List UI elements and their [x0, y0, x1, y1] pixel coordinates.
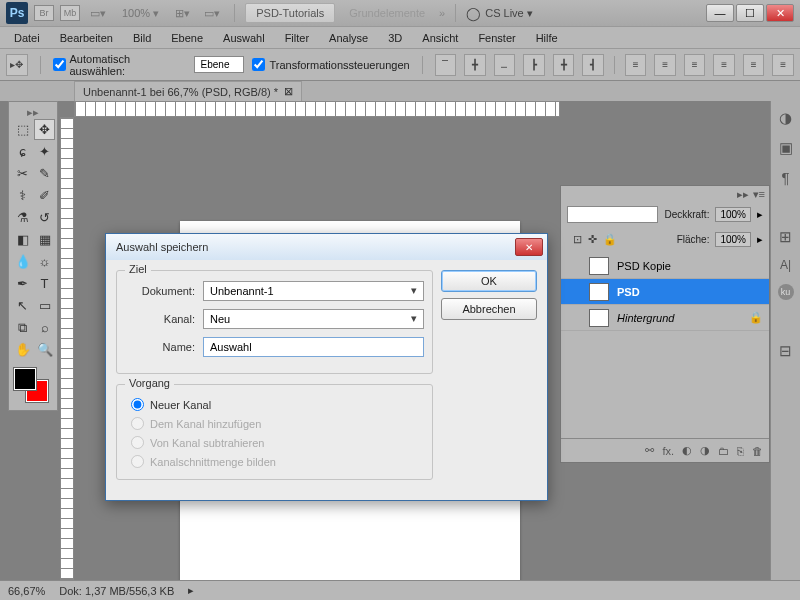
layer-item[interactable]: Hintergrund🔒: [561, 305, 769, 331]
tool-hand[interactable]: ✋: [12, 339, 33, 360]
delete-layer-icon[interactable]: 🗑: [752, 445, 763, 457]
tool-heal[interactable]: ⚕: [12, 185, 33, 206]
distribute-2-icon[interactable]: ≡: [654, 54, 676, 76]
menu-datei[interactable]: Datei: [6, 29, 48, 47]
tool-gradient[interactable]: ▦: [34, 229, 55, 250]
align-left-icon[interactable]: ┣: [523, 54, 545, 76]
auto-select-target[interactable]: Ebene: [194, 56, 245, 73]
tool-3d[interactable]: ⧉: [12, 317, 33, 338]
fill-value[interactable]: 100%: [715, 232, 751, 247]
lock-position-icon[interactable]: ✜: [588, 233, 597, 246]
align-top-icon[interactable]: ⎺: [435, 54, 457, 76]
new-layer-icon[interactable]: ⎘: [737, 445, 744, 457]
align-right-icon[interactable]: ┫: [582, 54, 604, 76]
color-panel-icon[interactable]: ◑: [779, 109, 792, 127]
lock-pixels-icon[interactable]: ⊡: [573, 233, 582, 246]
name-input[interactable]: [203, 337, 424, 357]
swatches-panel-icon[interactable]: ▣: [779, 139, 793, 157]
tool-crop[interactable]: ✂: [12, 163, 33, 184]
channel-select[interactable]: Neu: [203, 309, 424, 329]
menu-ebene[interactable]: Ebene: [163, 29, 211, 47]
menu-filter[interactable]: Filter: [277, 29, 317, 47]
transform-controls-checkbox[interactable]: Transformationssteuerungen: [252, 58, 409, 71]
ku-panel-icon[interactable]: ku: [778, 284, 794, 300]
distribute-6-icon[interactable]: ≡: [772, 54, 794, 76]
tool-move[interactable]: ✥: [34, 119, 55, 140]
tool-3d-cam[interactable]: ⌕: [34, 317, 55, 338]
panel-menu-icon[interactable]: ▾≡: [753, 188, 765, 201]
menu-bearbeiten[interactable]: Bearbeiten: [52, 29, 121, 47]
lock-all-icon[interactable]: 🔒: [603, 233, 617, 246]
panel-collapse-icon[interactable]: ▸▸: [737, 188, 749, 201]
mask-icon[interactable]: ◐: [682, 444, 692, 457]
fx-icon[interactable]: fx.: [662, 445, 674, 457]
tool-marquee[interactable]: ⬚: [12, 119, 33, 140]
align-vcenter-icon[interactable]: ╋: [464, 54, 486, 76]
view-mode-icon[interactable]: ▭▾: [200, 4, 224, 23]
align-bottom-icon[interactable]: ⎽: [494, 54, 516, 76]
type-panel-icon[interactable]: A|: [780, 258, 791, 272]
dialog-titlebar[interactable]: Auswahl speichern ✕: [106, 234, 547, 260]
layer-item[interactable]: PSD Kopie: [561, 253, 769, 279]
document-tab[interactable]: Unbenannt-1 bei 66,7% (PSD, RGB/8) *⊠: [74, 81, 302, 101]
radio-neuer-kanal[interactable]: Neuer Kanal: [125, 395, 424, 414]
window-close-button[interactable]: ✕: [766, 4, 794, 22]
cancel-button[interactable]: Abbrechen: [441, 298, 537, 320]
dialog-close-button[interactable]: ✕: [515, 238, 543, 256]
folder-icon[interactable]: 🗀: [718, 445, 729, 457]
adjustments-panel-icon[interactable]: ⊞: [779, 228, 792, 246]
tool-pen[interactable]: ✒: [12, 273, 33, 294]
window-maximize-button[interactable]: ☐: [736, 4, 764, 22]
align-hcenter-icon[interactable]: ╋: [553, 54, 575, 76]
tool-zoom[interactable]: 🔍: [34, 339, 55, 360]
tool-eraser[interactable]: ◧: [12, 229, 33, 250]
foreground-color-swatch[interactable]: [14, 368, 36, 390]
menu-ansicht[interactable]: Ansicht: [414, 29, 466, 47]
ok-button[interactable]: OK: [441, 270, 537, 292]
tool-wand[interactable]: ✦: [34, 141, 55, 162]
layer-item[interactable]: PSD: [561, 279, 769, 305]
tool-brush[interactable]: ✐: [34, 185, 55, 206]
mb-icon[interactable]: Mb: [60, 5, 80, 21]
menu-bild[interactable]: Bild: [125, 29, 159, 47]
menu-auswahl[interactable]: Auswahl: [215, 29, 273, 47]
status-zoom[interactable]: 66,67%: [8, 585, 45, 597]
distribute-4-icon[interactable]: ≡: [713, 54, 735, 76]
blend-mode-select[interactable]: [567, 206, 658, 223]
zoom-percent[interactable]: 100% ▾: [116, 7, 165, 20]
ruler-vertical[interactable]: [60, 117, 74, 580]
tool-dodge[interactable]: ☼: [34, 251, 55, 272]
bridge-icon[interactable]: Br: [34, 5, 54, 21]
adjustment-icon[interactable]: ◑: [700, 444, 710, 457]
tool-blur[interactable]: 💧: [12, 251, 33, 272]
cslive-button[interactable]: CS Live ▾: [466, 6, 533, 21]
opacity-value[interactable]: 100%: [715, 207, 751, 222]
distribute-1-icon[interactable]: ≡: [625, 54, 647, 76]
menu-fenster[interactable]: Fenster: [470, 29, 523, 47]
distribute-3-icon[interactable]: ≡: [684, 54, 706, 76]
history-panel-icon[interactable]: ⊟: [779, 342, 792, 360]
link-layers-icon[interactable]: ⚯: [645, 444, 654, 457]
view-grid-icon[interactable]: ⊞▾: [171, 4, 194, 23]
menu-3d[interactable]: 3D: [380, 29, 410, 47]
tool-stamp[interactable]: ⚗: [12, 207, 33, 228]
window-minimize-button[interactable]: —: [706, 4, 734, 22]
tool-eyedropper[interactable]: ✎: [34, 163, 55, 184]
tool-type[interactable]: T: [34, 273, 55, 294]
tool-shape[interactable]: ▭: [34, 295, 55, 316]
auto-select-checkbox[interactable]: Automatisch auswählen:: [53, 53, 186, 77]
workspace-tab-tutorials[interactable]: PSD-Tutorials: [245, 3, 335, 23]
ruler-horizontal[interactable]: [74, 101, 560, 117]
menu-analyse[interactable]: Analyse: [321, 29, 376, 47]
tool-lasso[interactable]: ɕ: [12, 141, 33, 162]
close-tab-icon[interactable]: ⊠: [284, 85, 293, 98]
menu-hilfe[interactable]: Hilfe: [528, 29, 566, 47]
character-panel-icon[interactable]: ¶: [781, 169, 789, 186]
arrange-icon[interactable]: ▭▾: [86, 4, 110, 23]
tool-history[interactable]: ↺: [34, 207, 55, 228]
status-doc-size[interactable]: Dok: 1,37 MB/556,3 KB: [59, 585, 174, 597]
tool-path[interactable]: ↖: [12, 295, 33, 316]
document-select[interactable]: Unbenannt-1: [203, 281, 424, 301]
distribute-5-icon[interactable]: ≡: [743, 54, 765, 76]
workspace-tab-grundelemente[interactable]: Grundelemente: [341, 7, 433, 19]
